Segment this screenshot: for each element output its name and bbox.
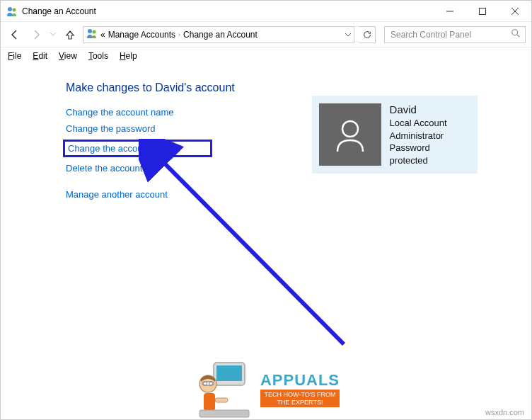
brand-tagline-2: THE EXPERTS! xyxy=(265,399,336,407)
breadcrumb-item[interactable]: Manage Accounts xyxy=(108,30,175,40)
search-input[interactable] xyxy=(389,29,502,40)
footer-site: wsxdn.com xyxy=(485,408,524,416)
delete-account-link[interactable]: Delete the account xyxy=(66,163,142,174)
appuals-mascot-icon xyxy=(192,359,256,419)
brand-tagline-1: TECH HOW-TO'S FROM xyxy=(265,391,336,399)
user-role: Administrator xyxy=(390,130,470,142)
search-icon[interactable] xyxy=(511,28,521,40)
svg-point-1 xyxy=(13,8,16,11)
menu-edit[interactable]: Edit xyxy=(33,51,47,61)
maximize-button[interactable] xyxy=(466,1,499,22)
user-name: David xyxy=(390,103,470,117)
svg-point-6 xyxy=(88,29,92,33)
users-app-icon xyxy=(6,6,18,17)
svg-line-9 xyxy=(517,35,520,38)
breadcrumb-prefix: « xyxy=(100,30,105,40)
forward-button[interactable] xyxy=(28,26,45,43)
menu-tools[interactable]: Tools xyxy=(88,51,108,61)
close-button[interactable] xyxy=(499,1,531,22)
navigation-bar: « Manage Accounts › Change an Account xyxy=(1,22,531,47)
menu-file[interactable]: File xyxy=(8,51,21,61)
refresh-button[interactable] xyxy=(359,26,376,43)
users-path-icon xyxy=(86,28,98,41)
user-protection: Password protected xyxy=(390,142,470,166)
svg-rect-13 xyxy=(216,365,242,381)
brand-name: APPUALS xyxy=(260,371,340,390)
svg-rect-20 xyxy=(215,398,228,402)
address-bar[interactable]: « Manage Accounts › Change an Account xyxy=(83,26,354,43)
page-heading: Make changes to David's account xyxy=(66,81,531,94)
menu-help[interactable]: Help xyxy=(120,51,137,61)
change-password-link[interactable]: Change the password xyxy=(66,123,155,134)
content-area: Make changes to David's account Change t… xyxy=(1,64,531,200)
svg-point-17 xyxy=(209,382,212,385)
svg-point-16 xyxy=(203,382,207,385)
change-type-link[interactable]: Change the account type xyxy=(63,140,212,157)
user-avatar-icon xyxy=(319,103,381,166)
svg-point-10 xyxy=(342,121,358,137)
back-button[interactable] xyxy=(6,26,23,43)
minimize-button[interactable] xyxy=(434,1,466,22)
address-dropdown-icon[interactable] xyxy=(345,31,351,38)
menu-view[interactable]: View xyxy=(59,51,77,61)
history-dropdown-icon[interactable] xyxy=(49,26,57,43)
up-button[interactable] xyxy=(62,26,79,43)
user-card: David Local Account Administrator Passwo… xyxy=(312,96,478,174)
title-bar: Change an Account xyxy=(1,1,531,22)
svg-rect-19 xyxy=(200,410,249,417)
chevron-right-icon: › xyxy=(178,31,180,38)
window-title: Change an Account xyxy=(22,6,96,16)
manage-another-link[interactable]: Manage another account xyxy=(66,189,168,200)
watermark: APPUALS TECH HOW-TO'S FROM THE EXPERTS! xyxy=(167,356,365,419)
svg-point-8 xyxy=(512,30,518,35)
svg-point-7 xyxy=(93,30,96,34)
user-type: Local Account xyxy=(390,117,470,130)
change-name-link[interactable]: Change the account name xyxy=(66,107,174,118)
menu-bar: File Edit View Tools Help xyxy=(1,47,531,64)
search-box[interactable] xyxy=(384,26,526,43)
svg-point-0 xyxy=(8,7,12,11)
svg-rect-18 xyxy=(204,393,215,411)
breadcrumb-item[interactable]: Change an Account xyxy=(183,30,258,40)
svg-rect-3 xyxy=(480,8,486,14)
